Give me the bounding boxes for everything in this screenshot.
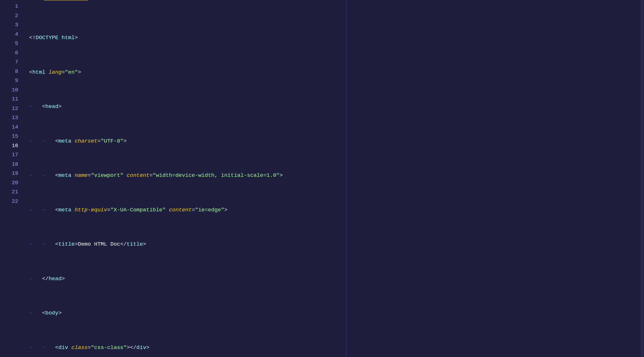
line-number: 12 bbox=[0, 104, 26, 113]
line-number: 20 bbox=[0, 178, 26, 188]
line-number: 1 bbox=[0, 2, 26, 11]
tok: name bbox=[75, 172, 88, 178]
code-line[interactable]: → </head> bbox=[26, 274, 644, 284]
tok: > bbox=[75, 241, 78, 247]
code-line[interactable]: → → <meta name="viewport" content="width… bbox=[26, 171, 644, 180]
indent: → → bbox=[29, 172, 55, 178]
line-number: 22 bbox=[0, 197, 26, 206]
line-number: 13 bbox=[0, 113, 26, 123]
tok: " bbox=[123, 344, 127, 351]
line-number: 19 bbox=[0, 169, 26, 178]
line-number-active: 16 bbox=[0, 141, 26, 151]
tok: " bbox=[91, 172, 94, 178]
vertical-scrollbar[interactable] bbox=[640, 0, 644, 357]
tok: DOCTYPE bbox=[36, 35, 58, 41]
tok: < bbox=[55, 138, 58, 144]
tok: title bbox=[58, 241, 75, 247]
indent: → → bbox=[29, 344, 55, 351]
code-line[interactable]: → <body> bbox=[26, 308, 644, 318]
tok: viewport bbox=[94, 172, 120, 178]
tok: < bbox=[120, 241, 123, 247]
tok: > bbox=[78, 69, 81, 75]
tok: = bbox=[88, 172, 91, 178]
tok: title bbox=[127, 241, 143, 247]
tok: body bbox=[45, 310, 58, 316]
tok: " bbox=[195, 207, 198, 213]
line-number: 6 bbox=[0, 48, 26, 58]
code-line[interactable]: <html lang="en"> bbox=[26, 68, 644, 77]
indent: → bbox=[29, 276, 42, 282]
tok: " bbox=[276, 172, 280, 178]
tok: > bbox=[280, 172, 283, 178]
tok: = bbox=[97, 138, 100, 144]
line-number: 18 bbox=[0, 160, 26, 169]
code-line[interactable]: → <head> bbox=[26, 102, 644, 111]
scrollbar-thumb[interactable] bbox=[641, 0, 643, 357]
tok: = bbox=[88, 344, 91, 351]
tok bbox=[71, 138, 74, 144]
tok: en bbox=[68, 69, 75, 75]
tok: " bbox=[221, 207, 224, 213]
tok: < bbox=[42, 103, 45, 110]
tok: div bbox=[136, 344, 146, 351]
line-number: 3 bbox=[0, 20, 26, 30]
line-number: 10 bbox=[0, 85, 26, 95]
code-area[interactable]: <!DOCTYPE html> <html lang="en"> → <head… bbox=[26, 0, 644, 357]
tok: html bbox=[58, 35, 75, 41]
code-line[interactable]: → → <div class="css-class"></div> bbox=[26, 343, 644, 352]
tok: " bbox=[101, 138, 104, 144]
tok: = bbox=[107, 207, 110, 213]
tok: charset bbox=[75, 138, 98, 144]
line-number: 9 bbox=[0, 76, 26, 85]
line-number: 8 bbox=[0, 67, 26, 76]
tok bbox=[45, 69, 48, 75]
tok: meta bbox=[58, 207, 72, 213]
line-number: 2 bbox=[0, 11, 26, 21]
tok: head bbox=[48, 276, 62, 282]
tok: ie=edge bbox=[198, 207, 221, 213]
line-number: 21 bbox=[0, 187, 26, 197]
tok: meta bbox=[58, 172, 72, 178]
tok: < bbox=[42, 276, 45, 282]
tok: > bbox=[146, 344, 149, 351]
tok: > bbox=[58, 103, 62, 110]
tok: > bbox=[62, 276, 65, 282]
line-number: 4 bbox=[0, 30, 26, 39]
code-line[interactable]: <!DOCTYPE html> bbox=[26, 33, 644, 43]
code-editor[interactable]: 1 2 3 4 5 6 7 8 9 10 11 12 13 14 15 16 1… bbox=[0, 0, 644, 357]
line-number-gutter: 1 2 3 4 5 6 7 8 9 10 11 12 13 14 15 16 1… bbox=[0, 0, 26, 357]
tok: content bbox=[169, 207, 192, 213]
tok: " bbox=[120, 172, 123, 178]
tok: / bbox=[45, 276, 48, 282]
tok: lang bbox=[48, 69, 62, 75]
tok: > bbox=[58, 310, 62, 316]
tok bbox=[71, 172, 74, 178]
code-line[interactable]: → → <meta charset="UTF-8"> bbox=[26, 137, 644, 146]
tok: div bbox=[58, 344, 68, 351]
line-number: 7 bbox=[0, 57, 26, 67]
indent: → → bbox=[29, 207, 55, 213]
tok: " bbox=[120, 138, 123, 144]
tok: UTF-8 bbox=[104, 138, 120, 144]
tok: <! bbox=[29, 35, 36, 41]
tok: > bbox=[143, 241, 146, 247]
tok: " bbox=[91, 344, 94, 351]
tok: " bbox=[65, 69, 68, 75]
tok: > bbox=[224, 207, 227, 213]
line-number: 17 bbox=[0, 150, 26, 160]
tok: > bbox=[127, 344, 130, 351]
code-line[interactable]: → → <title>Demo HTML Doc</title> bbox=[26, 240, 644, 249]
code-line[interactable]: → → <meta http-equiv="X-UA-Compatible" c… bbox=[26, 205, 644, 215]
tok: " bbox=[153, 172, 156, 178]
line-number: 15 bbox=[0, 132, 26, 141]
tok: < bbox=[130, 344, 133, 351]
tok: / bbox=[123, 241, 127, 247]
tok: html bbox=[32, 69, 45, 75]
tok bbox=[123, 172, 127, 178]
tok bbox=[71, 207, 74, 213]
tok: http-equiv bbox=[75, 207, 107, 213]
tok: width=device-width, initial-scale=1.0 bbox=[156, 172, 276, 178]
tok: " bbox=[75, 69, 78, 75]
tok: / bbox=[133, 344, 136, 351]
tok: < bbox=[55, 172, 58, 178]
